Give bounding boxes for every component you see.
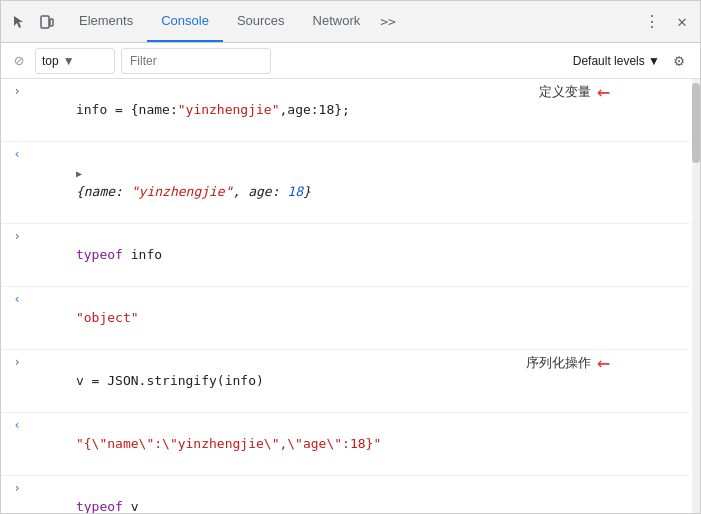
input-indicator: › [9, 226, 25, 243]
console-line: ‹ "object" [1, 287, 690, 350]
tab-network[interactable]: Network [299, 1, 375, 42]
console-output-text: "object" [29, 289, 690, 347]
console-output-text: ▶ {name: "yinzhengjie", age: 18} [29, 144, 690, 221]
output-indicator: ‹ [9, 144, 25, 161]
tab-elements[interactable]: Elements [65, 1, 147, 42]
input-indicator: › [9, 478, 25, 495]
output-indicator: ‹ [9, 289, 25, 306]
more-tabs-button[interactable]: >> [374, 1, 402, 42]
console-input-text: typeof v [29, 478, 690, 514]
scrollbar-thumb[interactable] [692, 83, 700, 163]
console-toolbar: ⊘ top ▼ Default levels ▼ ⚙ [1, 43, 700, 79]
devtools-toolbar: Elements Console Sources Network >> ⋮ ✕ [1, 1, 700, 43]
console-content: › info = {name:"yinzhengjie",age:18}; 定义… [1, 79, 700, 514]
svg-rect-1 [50, 19, 53, 26]
close-button[interactable]: ✕ [668, 8, 696, 36]
cursor-icon[interactable] [5, 8, 33, 36]
output-indicator: ‹ [9, 415, 25, 432]
console-output-text: "{\"name\":\"yinzhengjie\",\"age\":18}" [29, 415, 690, 473]
console-line: › info = {name:"yinzhengjie",age:18}; 定义… [1, 79, 690, 142]
console-input-text: v = JSON.stringify(info) [29, 352, 690, 410]
console-line: › typeof info [1, 224, 690, 287]
console-line: ‹ ▶ {name: "yinzhengjie", age: 18} [1, 142, 690, 224]
context-selector[interactable]: top ▼ [35, 48, 115, 74]
expand-icon[interactable]: ▶ [76, 168, 82, 179]
toolbar-tabs: Elements Console Sources Network >> [65, 1, 638, 42]
context-chevron-icon: ▼ [63, 54, 75, 68]
console-line: ‹ "{\"name\":\"yinzhengjie\",\"age\":18}… [1, 413, 690, 476]
console-line: › v = JSON.stringify(info) 序列化操作 ← [1, 350, 690, 413]
log-levels-dropdown[interactable]: Default levels ▼ [573, 54, 660, 68]
more-options-button[interactable]: ⋮ [638, 8, 666, 36]
device-toggle-icon[interactable] [33, 8, 61, 36]
input-indicator: › [9, 81, 25, 98]
filter-input[interactable] [121, 48, 271, 74]
toolbar-actions: ⋮ ✕ [638, 8, 696, 36]
settings-icon[interactable]: ⚙ [666, 48, 692, 74]
svg-rect-0 [41, 16, 49, 28]
tab-sources[interactable]: Sources [223, 1, 299, 42]
scrollbar-track[interactable] [692, 79, 700, 514]
input-indicator: › [9, 352, 25, 369]
console-input-text: typeof info [29, 226, 690, 284]
console-input-text: info = {name:"yinzhengjie",age:18}; [29, 81, 690, 139]
tab-console[interactable]: Console [147, 1, 223, 42]
console-line: › typeof v [1, 476, 690, 514]
clear-console-button[interactable]: ⊘ [9, 51, 29, 71]
